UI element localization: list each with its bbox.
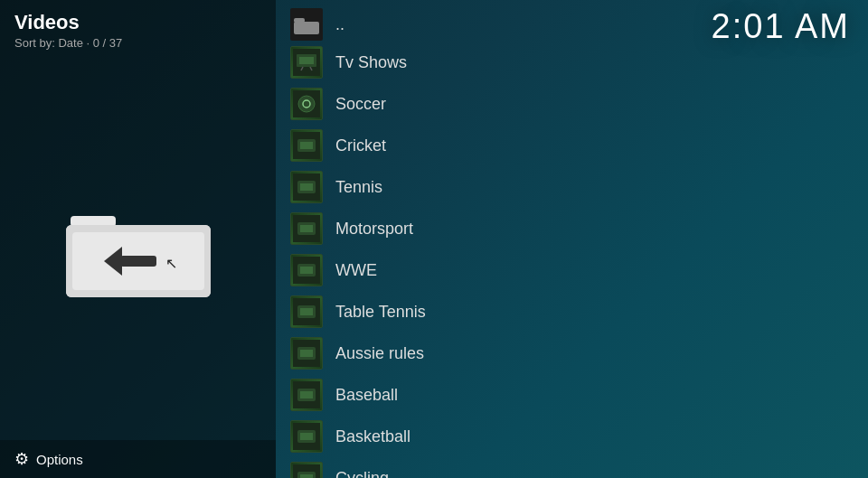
- item-label-cricket: Cricket: [335, 136, 386, 155]
- svg-rect-20: [300, 142, 313, 149]
- svg-rect-12: [299, 57, 314, 64]
- item-thumb-cycling: [290, 462, 323, 478]
- list-item[interactable]: Aussie rules: [276, 333, 868, 374]
- item-thumb-tvshows: [290, 46, 323, 79]
- options-icon: ⚙: [14, 449, 29, 469]
- svg-rect-38: [300, 391, 313, 398]
- svg-text:↖: ↖: [165, 256, 177, 271]
- item-thumb-motorsport: [290, 212, 323, 245]
- item-thumb-soccer: [290, 88, 323, 120]
- item-label-basketball: Basketball: [335, 427, 410, 446]
- list-item[interactable]: Table Tennis: [276, 291, 868, 333]
- item-thumb-tabletennis: [290, 295, 323, 328]
- item-count: 0 / 37: [93, 36, 123, 50]
- svg-rect-41: [300, 433, 313, 440]
- list-item-parent[interactable]: ..: [276, 7, 868, 42]
- svg-rect-9: [294, 22, 319, 34]
- left-panel: Videos Sort by: Date · 0 / 37: [0, 0, 276, 478]
- list-item[interactable]: Baseball: [276, 374, 868, 416]
- folder-icon-area: ↖: [0, 53, 276, 478]
- item-label-tennis: Tennis: [335, 178, 382, 197]
- svg-rect-23: [300, 183, 313, 191]
- item-label-baseball: Baseball: [335, 386, 398, 405]
- item-thumb-cricket: [290, 129, 323, 162]
- list-item[interactable]: Motorsport: [276, 208, 868, 249]
- svg-rect-5: [120, 256, 156, 267]
- item-thumb-aussierules: [290, 337, 323, 370]
- list-item[interactable]: Tennis: [276, 166, 868, 208]
- sort-info: Sort by: Date · 0 / 37: [14, 36, 261, 50]
- item-label-cycling: Cycling: [335, 469, 389, 479]
- list-item[interactable]: Cricket: [276, 125, 868, 166]
- options-label: Options: [36, 452, 83, 467]
- item-thumb-basketball: [290, 420, 323, 453]
- svg-rect-44: [300, 474, 313, 478]
- folder-icon: ↖: [61, 189, 215, 306]
- item-label-wwe: WWE: [335, 261, 377, 280]
- svg-rect-32: [300, 308, 313, 315]
- sort-label: Sort by: Date: [14, 36, 83, 50]
- list-item[interactable]: Tv Shows: [276, 42, 868, 83]
- item-label-aussierules: Aussie rules: [335, 344, 424, 363]
- folder-up-icon: [294, 14, 319, 34]
- folder-svg-icon: ↖: [61, 189, 215, 306]
- parent-label: ..: [335, 15, 344, 34]
- svg-point-16: [298, 96, 315, 112]
- separator: ·: [87, 36, 93, 50]
- item-label-soccer: Soccer: [335, 95, 386, 114]
- item-label-tvshows: Tv Shows: [335, 53, 407, 72]
- svg-rect-29: [300, 267, 313, 274]
- options-bar[interactable]: ⚙ Options: [0, 440, 276, 478]
- item-thumb-baseball: [290, 379, 323, 411]
- list-item[interactable]: Basketball: [276, 416, 868, 457]
- item-label-tabletennis: Table Tennis: [335, 303, 426, 322]
- header: Videos Sort by: Date · 0 / 37: [0, 0, 276, 53]
- right-panel: .. Tv Shows Soccer Cricket Tennis Motors…: [276, 0, 868, 478]
- svg-rect-35: [300, 350, 313, 357]
- item-thumb-tennis: [290, 171, 323, 203]
- parent-folder-icon: [290, 8, 323, 41]
- item-label-motorsport: Motorsport: [335, 220, 413, 239]
- list-item[interactable]: Soccer: [276, 83, 868, 125]
- item-thumb-wwe: [290, 254, 323, 286]
- list-item[interactable]: Cycling: [276, 457, 868, 478]
- page-title: Videos: [14, 11, 261, 34]
- svg-rect-26: [300, 225, 313, 232]
- list-item[interactable]: WWE: [276, 249, 868, 291]
